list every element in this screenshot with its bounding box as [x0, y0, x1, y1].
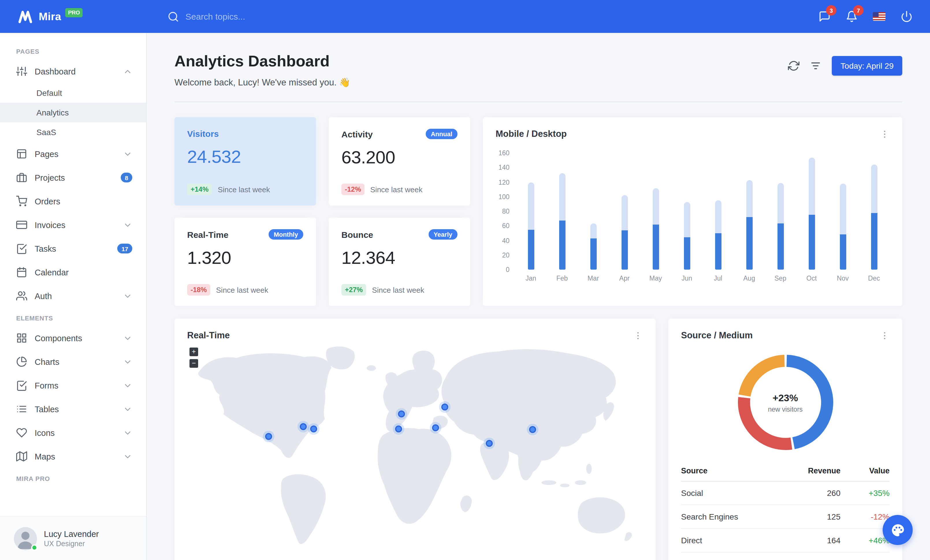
bar-sep[interactable] — [777, 183, 784, 270]
stats-grid: Visitors 24.532 +14% Since last week Act… — [174, 117, 902, 306]
sidebar-item-icons[interactable]: Icons — [0, 421, 146, 445]
bar-apr[interactable] — [621, 195, 628, 270]
more-vertical-icon[interactable] — [880, 330, 890, 340]
language-flag-us[interactable] — [873, 12, 885, 21]
date-button[interactable]: Today: April 29 — [832, 56, 902, 76]
sidebar-item-saas[interactable]: SaaS — [0, 123, 146, 142]
sidebar-item-forms[interactable]: Forms — [0, 374, 146, 397]
sidebar-item-projects[interactable]: Projects 8 — [0, 166, 146, 189]
sidebar-item-dashboard[interactable]: Dashboard — [0, 60, 146, 83]
bar-may[interactable] — [653, 188, 659, 270]
cell-value: +35% — [841, 488, 890, 498]
realtime-card[interactable]: Real-Time Monthly 1.320 -18% Since last … — [174, 218, 316, 306]
bounce-card[interactable]: Bounce Yearly 12.364 +27% Since last wee… — [329, 218, 470, 306]
bar-feb[interactable] — [559, 173, 565, 270]
bar-segment-mobile — [871, 164, 877, 213]
sidebar-item-invoices[interactable]: Invoices — [0, 213, 146, 237]
more-vertical-icon[interactable] — [880, 129, 890, 139]
user-role: UX Designer — [44, 540, 99, 548]
sidebar-item-maps[interactable]: Maps — [0, 445, 146, 468]
map-marker[interactable] — [311, 425, 317, 433]
bar-nov[interactable] — [839, 184, 846, 270]
bar-jan[interactable] — [528, 182, 534, 270]
visitors-note: Since last week — [218, 185, 270, 194]
sidebar-item-label: Default — [36, 88, 62, 98]
donut-segment-social[interactable] — [787, 361, 827, 443]
bar-oct[interactable] — [808, 157, 815, 270]
x-axis-label: Aug — [734, 275, 765, 282]
sidebar-item-label: Forms — [35, 381, 59, 390]
sidebar-item-charts[interactable]: Charts — [0, 350, 146, 374]
map-marker[interactable] — [395, 425, 402, 433]
sidebar-item-tasks[interactable]: Tasks 17 — [0, 237, 146, 260]
activity-card[interactable]: Activity Annual 63.200 -12% Since last w… — [329, 117, 470, 206]
visitors-card[interactable]: Visitors 24.532 +14% Since last week — [174, 117, 316, 206]
refresh-icon[interactable] — [788, 60, 799, 72]
notifications-count-badge: 7 — [853, 5, 864, 15]
x-axis-label: Sep — [765, 275, 796, 282]
messages-count-badge: 3 — [826, 5, 836, 15]
sidebar-item-auth[interactable]: Auth — [0, 284, 146, 308]
world-map: + − — [187, 344, 643, 547]
sidebar-item-label: Icons — [35, 428, 55, 437]
logout-button[interactable] — [901, 11, 913, 23]
map-zoom-controls: + − — [189, 348, 198, 368]
messages-button[interactable]: 3 — [819, 11, 831, 23]
zoom-in-button[interactable]: + — [189, 348, 198, 356]
power-icon — [901, 11, 913, 23]
map-marker[interactable] — [441, 404, 448, 410]
sidebar-item-analytics[interactable]: Analytics — [0, 103, 146, 123]
bar-jun[interactable] — [684, 202, 690, 270]
main-content: Analytics Dashboard Welcome back, Lucy! … — [147, 33, 930, 560]
source-table-header: Source Revenue Value — [681, 461, 890, 482]
briefcase-icon — [16, 172, 27, 183]
sidebar-item-pages[interactable]: Pages — [0, 142, 146, 166]
bar-segment-desktop — [871, 213, 877, 270]
more-vertical-icon[interactable] — [633, 330, 643, 340]
map-marker[interactable] — [432, 424, 439, 431]
map-marker[interactable] — [486, 440, 493, 447]
realtime-delta: -18% — [187, 284, 210, 296]
projects-count-badge: 8 — [121, 173, 132, 183]
zoom-out-button[interactable]: − — [189, 359, 198, 368]
activity-period-badge[interactable]: Annual — [425, 129, 457, 139]
sidebar-user[interactable]: Lucy Lavender UX Designer — [0, 516, 146, 560]
notifications-button[interactable]: 7 — [846, 11, 858, 23]
realtime-period-badge[interactable]: Monthly — [269, 229, 303, 239]
bar-jul[interactable] — [715, 200, 721, 270]
cell-source: Social — [681, 488, 785, 498]
x-axis-label: Apr — [609, 275, 640, 282]
bar-segment-mobile — [528, 182, 534, 230]
y-tick-label: 60 — [502, 222, 510, 230]
bar-mar[interactable] — [590, 224, 596, 270]
mira-logo-icon — [16, 8, 34, 25]
pie-chart-icon — [16, 356, 27, 367]
bounce-period-badge[interactable]: Yearly — [428, 229, 457, 239]
sidebar-item-default[interactable]: Default — [0, 83, 146, 103]
sidebar-item-orders[interactable]: Orders — [0, 189, 146, 213]
bar-segment-desktop — [621, 230, 628, 270]
bar-column — [577, 224, 609, 270]
map-marker[interactable] — [265, 433, 272, 440]
brand[interactable]: Mira PRO — [0, 8, 147, 25]
map-marker[interactable] — [529, 426, 536, 433]
sidebar-item-components[interactable]: Components — [0, 326, 146, 350]
welcome-message: Welcome back, Lucy! We've missed you. 👋 — [174, 77, 350, 88]
donut-segment-search-engines[interactable] — [744, 361, 784, 396]
sidebar-item-tables[interactable]: Tables — [0, 397, 146, 421]
bar-column — [858, 164, 890, 270]
cell-revenue: 164 — [785, 536, 841, 545]
sidebar-item-calendar[interactable]: Calendar — [0, 260, 146, 284]
map-marker[interactable] — [398, 410, 405, 417]
bar-dec[interactable] — [871, 164, 877, 270]
cell-source: Direct — [681, 536, 785, 545]
donut-segment-direct[interactable] — [744, 398, 791, 444]
bar-aug[interactable] — [746, 180, 752, 270]
search-input[interactable] — [185, 12, 347, 21]
card-title: Bounce — [341, 230, 373, 239]
map-marker[interactable] — [300, 423, 307, 430]
theme-settings-fab[interactable] — [883, 515, 913, 545]
bar-segment-desktop — [684, 238, 690, 270]
card-title: Real-Time — [187, 230, 228, 239]
filter-icon[interactable] — [810, 60, 821, 72]
